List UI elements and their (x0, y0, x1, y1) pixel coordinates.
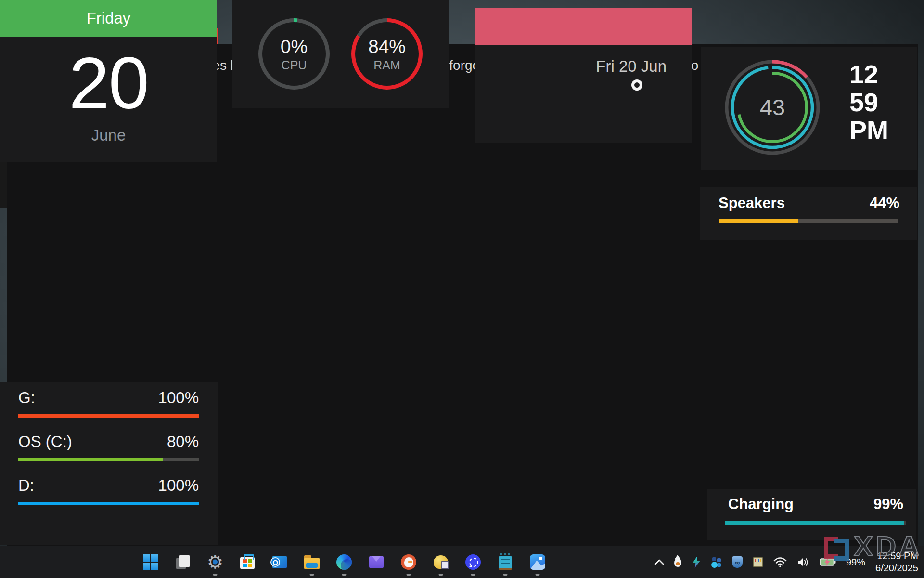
charging-bar-fill (725, 521, 904, 525)
watermark-text: XDA (854, 534, 922, 559)
volume-icon[interactable] (797, 557, 809, 567)
lightning-icon[interactable] (692, 556, 701, 568)
settings-icon[interactable]: ⚙ (205, 552, 225, 572)
cpu-ram-widget[interactable]: 0% CPU 84% RAM (232, 0, 449, 108)
disk-value: 80% (167, 433, 199, 451)
notepad-icon[interactable] (496, 552, 515, 572)
photo-grid-icon[interactable] (753, 557, 763, 567)
bracket-right-icon (834, 539, 849, 561)
calendar-day-number: 20 (0, 42, 217, 123)
clock-minute: 59 (849, 88, 888, 116)
speakers-bar-fill (719, 219, 798, 223)
date-widget-header (475, 8, 692, 45)
wifi-icon[interactable] (773, 557, 787, 567)
cpu-value: 0% (281, 36, 308, 57)
disk-label: D: (18, 476, 34, 495)
cpu-gauge: 0% CPU (258, 18, 330, 90)
ram-value: 84% (368, 36, 406, 57)
start-button-icon[interactable] (141, 552, 160, 572)
photos-icon[interactable] (528, 552, 547, 572)
outlook-icon[interactable]: O (270, 552, 289, 572)
clock-seconds: 43 (748, 94, 796, 120)
xda-watermark: XDA (824, 534, 922, 561)
disk-bar-fill (18, 414, 199, 418)
cpu-label: CPU (282, 58, 307, 72)
ring-dot-icon (631, 79, 642, 91)
mail-icon[interactable] (367, 552, 386, 572)
clock-widget[interactable]: 43 12 59 PM (701, 47, 917, 170)
calendar-month: June (0, 126, 217, 144)
calendar-widget[interactable]: Friday 20 June (0, 0, 217, 162)
ram-label: RAM (373, 58, 400, 72)
disk-row-c: OS (C:) 80% (0, 433, 218, 461)
date-widget-date: Fri 20 Jun (596, 57, 667, 76)
shield-infinity-icon[interactable]: ∞ (732, 556, 743, 568)
water-drop-icon[interactable] (674, 558, 681, 567)
charging-value: 99% (873, 496, 903, 513)
speakers-bar[interactable] (719, 219, 898, 223)
disk-bar-fill (18, 502, 199, 505)
disk-value: 100% (158, 389, 199, 407)
ram-gauge: 84% RAM (351, 18, 423, 90)
disk-label: G: (18, 389, 35, 407)
taskbar-icons: ⚙ O (141, 546, 547, 578)
tray-date: 6/20/2025 (875, 562, 918, 574)
clock-time: 12 59 PM (849, 60, 888, 144)
task-view-icon[interactable] (173, 552, 192, 572)
edge-icon[interactable] (334, 552, 354, 572)
microsoft-store-icon[interactable] (238, 552, 257, 572)
disk-row-g: G: 100% (0, 389, 218, 418)
calendar-day-name: Friday (0, 0, 217, 37)
charging-label: Charging (728, 496, 794, 513)
file-explorer-icon[interactable] (302, 552, 321, 572)
disk-bar-fill (18, 458, 163, 461)
clock-hour: 12 (849, 60, 888, 88)
taskbar: ⚙ O (0, 546, 924, 578)
duckduckgo-icon[interactable] (399, 552, 418, 572)
clock-ampm: PM (849, 116, 888, 144)
signal-icon[interactable] (463, 552, 483, 572)
date-widget[interactable]: Fri 20 Jun (475, 8, 692, 143)
disks-widget[interactable]: G: 100% OS (C:) 80% D: 100% (0, 382, 218, 545)
speakers-label: Speakers (719, 195, 785, 212)
disk-value: 100% (158, 476, 199, 495)
chevron-up-icon[interactable] (654, 559, 664, 565)
app-dots-icon[interactable] (711, 557, 722, 567)
charging-bar (725, 521, 906, 525)
disk-row-d: D: 100% (0, 476, 218, 505)
speakers-value: 44% (870, 195, 899, 212)
disk-label: OS (C:) (18, 433, 72, 451)
speakers-widget[interactable]: Speakers 44% (700, 187, 917, 240)
shell-backup-icon[interactable] (431, 552, 450, 572)
